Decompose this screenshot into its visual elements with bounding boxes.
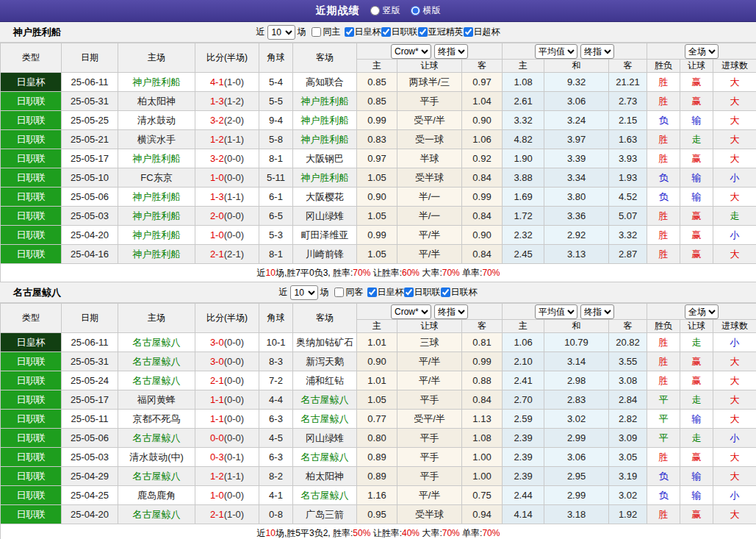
avg-provider-select[interactable]: 平均值: [535, 304, 577, 319]
avg-stage-select[interactable]: 终指: [580, 304, 614, 319]
summary-text: 单率:: [460, 528, 483, 538]
fulltime-score: 1-1: [210, 394, 224, 405]
layout-option-vertical[interactable]: 竖版: [370, 4, 400, 17]
corner-count: 8-1: [259, 245, 293, 264]
odds-stage-select[interactable]: 终指: [434, 304, 468, 319]
competition-checkbox[interactable]: [345, 27, 354, 37]
summary-value: 50%: [353, 528, 370, 538]
competition-filter[interactable]: 日皇杯: [367, 286, 404, 299]
fulltime-score: 1-1: [210, 413, 224, 424]
sub-header-avg-away: 客: [609, 320, 647, 333]
same-venue-filter[interactable]: 同主: [312, 26, 341, 38]
odds-stage-select[interactable]: 终指: [434, 44, 468, 59]
average-away-odds: 21.21: [609, 73, 647, 92]
competition-filter[interactable]: 日联杯: [441, 286, 478, 299]
competition-filter[interactable]: 亚冠精英: [418, 26, 464, 38]
corner-count: 6-5: [259, 207, 293, 226]
match-row: 日职联 25-04-20 名古屋鲸八 2-1(1-0) 0-8 广岛三箭 0.9…: [1, 505, 756, 524]
result-outcome: 平: [647, 410, 680, 429]
vertical-layout-radio[interactable]: [370, 6, 380, 15]
same-venue-filter[interactable]: 同客: [334, 286, 364, 299]
competition-filter[interactable]: 日职联: [404, 286, 441, 299]
home-team: 清水鼓动(中): [118, 448, 195, 467]
home-team: 清水鼓动: [118, 111, 195, 130]
average-away-odds: 2.87: [609, 245, 647, 264]
horizontal-layout-radio[interactable]: [411, 6, 420, 15]
halftime-score: (0-0): [224, 210, 244, 221]
away-team: 高知联合: [293, 73, 357, 92]
summary-text: 近: [257, 528, 266, 538]
away-team: 冈山绿雉: [293, 429, 357, 448]
home-team: 神户胜利船: [118, 207, 195, 226]
average-draw-odds: 10.79: [544, 333, 609, 352]
handicap-home-odds: 0.80: [357, 429, 397, 448]
average-home-odds: 2.44: [503, 486, 544, 505]
home-team: 名古屋鲸八: [118, 467, 195, 486]
average-away-odds: 2.84: [609, 390, 647, 410]
fulltime-score: 2-1: [210, 375, 224, 386]
result-goals: 大: [713, 92, 756, 111]
recent-count-select[interactable]: 10: [267, 25, 295, 40]
handicap-away-odds: 0.92: [462, 149, 503, 168]
competition-checkbox[interactable]: [441, 288, 450, 297]
odds-provider-select[interactable]: Crow*: [391, 304, 431, 319]
score-cell: 4-1(1-0): [195, 73, 259, 92]
corner-count: 6-1: [259, 188, 293, 207]
match-date: 25-05-17: [62, 390, 118, 410]
avg-provider-select[interactable]: 平均值: [535, 44, 577, 59]
result-handicap: 赢: [680, 505, 713, 524]
summary-text: 场,胜7平0负3, 胜率:: [276, 268, 353, 278]
scope-select[interactable]: 全场: [685, 304, 719, 319]
competition-checkbox[interactable]: [381, 27, 391, 37]
scope-select[interactable]: 全场: [685, 44, 719, 59]
competition-filter[interactable]: 日皇杯: [345, 26, 381, 38]
handicap-away-odds: 1.06: [462, 130, 503, 149]
handicap-away-odds: 0.88: [462, 371, 503, 390]
summary-value: 40%: [402, 528, 420, 538]
away-team: 名古屋鲸八: [293, 390, 357, 410]
handicap-away-odds: 0.90: [462, 226, 503, 245]
average-away-odds: 3.93: [609, 149, 647, 168]
result-outcome: 胜: [647, 371, 680, 390]
competition-checkbox[interactable]: [464, 27, 473, 37]
competition-filter[interactable]: 日超杯: [464, 26, 500, 38]
same-venue-checkbox[interactable]: [334, 288, 344, 297]
competition-checkbox[interactable]: [404, 288, 414, 297]
competition-checkbox[interactable]: [367, 288, 377, 297]
home-team: 名古屋鲸八: [118, 429, 195, 448]
home-team: 名古屋鲸八: [118, 352, 195, 371]
average-away-odds: 3.55: [609, 352, 647, 371]
layout-option-horizontal[interactable]: 横版: [411, 4, 441, 17]
competition-filter[interactable]: 日职联: [381, 26, 418, 38]
odds-provider-select[interactable]: Crow*: [391, 44, 431, 59]
average-draw-odds: 2.99: [544, 486, 609, 505]
average-away-odds: 3.08: [609, 371, 647, 390]
halftime-score: (0-0): [224, 432, 244, 443]
average-home-odds: 2.59: [503, 410, 544, 429]
corner-count: 6-3: [259, 410, 293, 429]
average-draw-odds: 3.06: [544, 92, 609, 111]
corner-count: 4-4: [259, 390, 293, 410]
average-away-odds: 3.19: [609, 467, 647, 486]
result-goals: 大: [713, 448, 756, 467]
match-row: 日职联 25-05-11 京都不死鸟 1-1(0-0) 6-3 名古屋鲸八 0.…: [1, 410, 756, 429]
recent-count-select[interactable]: 10: [290, 285, 318, 300]
match-row: 日职联 25-05-17 神户胜利船 3-2(0-0) 8-1 大阪钢巴 0.9…: [1, 149, 756, 168]
result-handicap: 赢: [680, 207, 713, 226]
halftime-score: (2-1): [224, 249, 244, 260]
page-title: 近期战绩: [316, 4, 360, 18]
result-goals: 小: [713, 486, 756, 505]
fulltime-score: 1-2: [210, 134, 224, 145]
fulltime-score: 3-2: [210, 115, 224, 126]
halftime-score: (0-0): [224, 172, 244, 183]
handicap-line: 受半球: [397, 168, 462, 188]
competition-checkbox[interactable]: [418, 27, 428, 37]
home-team: 神户胜利船: [118, 73, 195, 92]
handicap-line: 平手: [397, 429, 462, 448]
same-venue-checkbox[interactable]: [312, 27, 321, 37]
competition-filters: 日皇杯日职联日联杯: [367, 286, 478, 299]
match-row: 日职联 25-05-17 福冈黄蜂 1-1(0-0) 4-4 名古屋鲸八 1.0…: [1, 390, 756, 410]
corner-count: 5-11: [259, 168, 293, 188]
match-date: 25-04-20: [62, 226, 118, 245]
avg-stage-select[interactable]: 终指: [580, 44, 614, 59]
